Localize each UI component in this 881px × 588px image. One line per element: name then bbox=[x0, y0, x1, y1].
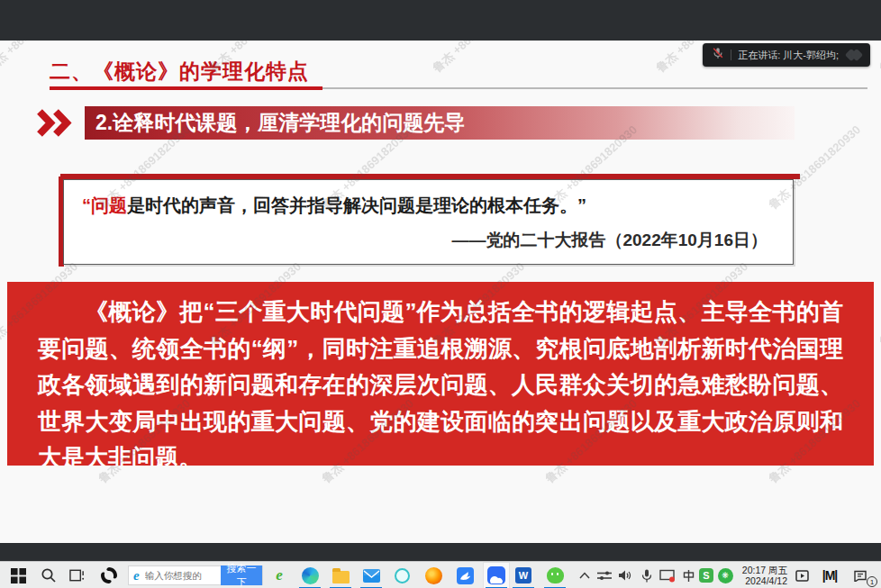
teal-ring-app-button[interactable] bbox=[390, 562, 413, 588]
pill-decoration-diamonds-icon bbox=[850, 50, 861, 59]
notification-icon bbox=[853, 570, 867, 582]
quote-box: “问题是时代的声音，回答并指导解决问题是理论的根本任务。” ——党的二十大报告（… bbox=[59, 174, 800, 270]
tray-m-logo-button[interactable]: |M| bbox=[815, 562, 844, 588]
muted-mic-icon[interactable] bbox=[712, 47, 724, 63]
quote-highlight: “问题 bbox=[82, 195, 127, 215]
microphone-icon bbox=[641, 569, 652, 583]
clock-date: 2024/4/12 bbox=[745, 575, 787, 586]
edge-icon bbox=[302, 567, 319, 584]
speaker-icon bbox=[618, 569, 632, 582]
quote-attribution: ——党的二十大报告（2022年10月16日） bbox=[64, 229, 793, 252]
taskbar-clock[interactable]: 20:17 周五 2024/4/12 bbox=[737, 562, 787, 588]
title-red-rule bbox=[50, 86, 322, 90]
m-logo-icon: |M| bbox=[822, 568, 838, 583]
search-input[interactable] bbox=[143, 569, 221, 582]
file-explorer-button[interactable] bbox=[329, 562, 352, 588]
signpost-icon bbox=[683, 569, 695, 583]
windows-taskbar: e 搜索一下 e W bbox=[0, 561, 881, 588]
bottom-black-strip bbox=[0, 543, 881, 561]
word-app-button[interactable]: W bbox=[512, 562, 535, 588]
speaking-now-label: 正在讲话: 川大-郭绍均; bbox=[738, 49, 839, 62]
windows-logo-icon bbox=[11, 568, 26, 583]
green-e-icon: e bbox=[276, 566, 283, 584]
chevron-up-icon bbox=[579, 572, 590, 579]
play-box-icon bbox=[795, 570, 809, 582]
green-e-browser-button[interactable]: e bbox=[268, 562, 291, 588]
green-s-icon: S bbox=[699, 568, 713, 583]
taskbar-search-box[interactable]: e 搜索一下 bbox=[128, 565, 263, 585]
meeting-speaking-overlay[interactable]: 正在讲话: 川大-郭绍均; bbox=[703, 43, 870, 67]
meeting-icon bbox=[487, 566, 505, 584]
tray-green-circle-app-button[interactable]: ❋ bbox=[713, 562, 737, 588]
notification-count-badge: 1 bbox=[867, 576, 877, 587]
ie-blue-e-icon: e bbox=[133, 568, 140, 583]
task-view-button[interactable] bbox=[66, 562, 89, 588]
word-icon: W bbox=[515, 567, 531, 583]
sliders-icon bbox=[597, 570, 612, 581]
clock-time: 20:17 周五 bbox=[742, 565, 787, 575]
presentation-slide: 二、《概论》的学理化特点 2.诠释时代课题，厘清学理化的问题先导 “问题是时代的… bbox=[0, 41, 881, 543]
main-paragraph-block: 《概论》把“三个重大时代问题”作为总括全书的逻辑起点、主导全书的首要问题、统领全… bbox=[7, 282, 874, 466]
green-circle-icon: ❋ bbox=[718, 568, 733, 583]
bird-icon bbox=[457, 567, 474, 584]
screen-record-icon bbox=[659, 569, 676, 583]
quote-text: “问题是时代的声音，回答并指导解决问题是理论的根本任务。” bbox=[82, 194, 793, 218]
search-go-button[interactable]: 搜索一下 bbox=[221, 565, 262, 585]
wechat-icon bbox=[547, 567, 564, 583]
edge-browser-button[interactable] bbox=[298, 562, 322, 588]
blue-bird-app-button[interactable] bbox=[453, 562, 477, 588]
task-view-icon bbox=[69, 568, 86, 583]
magnifier-icon bbox=[41, 567, 57, 583]
tray-volume-button[interactable] bbox=[613, 562, 637, 588]
folder-icon bbox=[332, 571, 350, 583]
mail-app-button[interactable] bbox=[359, 562, 383, 588]
notification-center-button[interactable]: 1 bbox=[849, 562, 872, 588]
pinwheel-app-button[interactable] bbox=[97, 562, 121, 588]
start-button[interactable] bbox=[6, 562, 30, 588]
top-black-bar bbox=[0, 0, 881, 41]
pill-divider bbox=[731, 50, 731, 60]
pinwheel-icon bbox=[100, 566, 118, 584]
envelope-icon bbox=[363, 569, 380, 583]
main-paragraph-text: 《概论》把“三个重大时代问题”作为总括全书的逻辑起点、主导全书的首要问题、统领全… bbox=[38, 294, 843, 466]
double-chevron-icon bbox=[36, 109, 81, 140]
tray-video-play-button[interactable] bbox=[790, 562, 813, 588]
wechat-app-button[interactable] bbox=[543, 562, 567, 588]
slide-title: 二、《概论》的学理化特点 bbox=[50, 58, 309, 86]
firefox-icon bbox=[425, 567, 442, 584]
firefox-browser-button[interactable] bbox=[422, 562, 445, 588]
tencent-meeting-button[interactable] bbox=[483, 562, 510, 588]
teal-ring-icon bbox=[395, 568, 410, 583]
taskbar-search-button[interactable] bbox=[37, 562, 60, 588]
section-banner: 2.诠释时代课题，厘清学理化的问题先导 bbox=[85, 106, 795, 140]
